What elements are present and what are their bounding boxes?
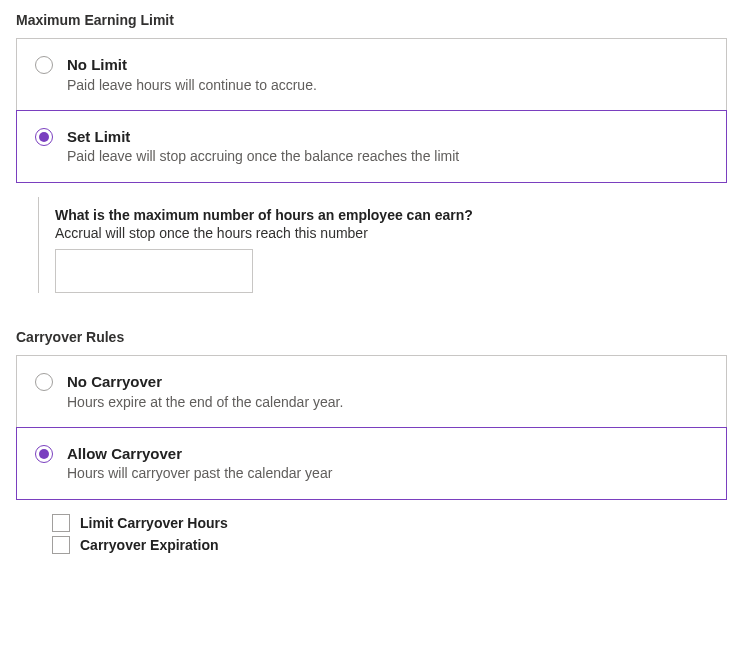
carryover-option-box: No Carryover Hours expire at the end of …: [16, 355, 727, 500]
carryover-section: Carryover Rules No Carryover Hours expir…: [16, 329, 727, 554]
option-desc: Paid leave hours will continue to accrue…: [67, 77, 317, 93]
option-desc: Paid leave will stop accruing once the b…: [67, 148, 459, 164]
carryover-title: Carryover Rules: [16, 329, 727, 345]
radio-icon: [35, 373, 53, 391]
option-label: Set Limit: [67, 127, 459, 147]
option-label: No Limit: [67, 55, 317, 75]
option-no-limit[interactable]: No Limit Paid leave hours will continue …: [17, 39, 726, 111]
option-label: Allow Carryover: [67, 444, 332, 464]
max-earning-subpanel: What is the maximum number of hours an e…: [38, 197, 727, 293]
option-desc: Hours will carryover past the calendar y…: [67, 465, 332, 481]
radio-icon: [35, 128, 53, 146]
option-desc: Hours expire at the end of the calendar …: [67, 394, 343, 410]
max-earning-title: Maximum Earning Limit: [16, 12, 727, 28]
max-hours-input[interactable]: [55, 249, 253, 293]
option-no-carryover[interactable]: No Carryover Hours expire at the end of …: [17, 356, 726, 428]
option-label: No Carryover: [67, 372, 343, 392]
max-earning-section: Maximum Earning Limit No Limit Paid leav…: [16, 12, 727, 293]
radio-icon: [35, 445, 53, 463]
radio-icon: [35, 56, 53, 74]
checkbox-label: Carryover Expiration: [80, 537, 219, 553]
checkbox-label: Limit Carryover Hours: [80, 515, 228, 531]
carryover-checkbox-list: Limit Carryover Hours Carryover Expirati…: [52, 514, 727, 554]
option-allow-carryover[interactable]: Allow Carryover Hours will carryover pas…: [16, 427, 727, 501]
max-hours-desc: Accrual will stop once the hours reach t…: [55, 225, 727, 241]
max-hours-title: What is the maximum number of hours an e…: [55, 207, 727, 223]
checkbox-limit-carryover-hours[interactable]: Limit Carryover Hours: [52, 514, 727, 532]
checkbox-icon: [52, 536, 70, 554]
option-set-limit[interactable]: Set Limit Paid leave will stop accruing …: [16, 110, 727, 184]
checkbox-icon: [52, 514, 70, 532]
checkbox-carryover-expiration[interactable]: Carryover Expiration: [52, 536, 727, 554]
max-earning-option-box: No Limit Paid leave hours will continue …: [16, 38, 727, 183]
